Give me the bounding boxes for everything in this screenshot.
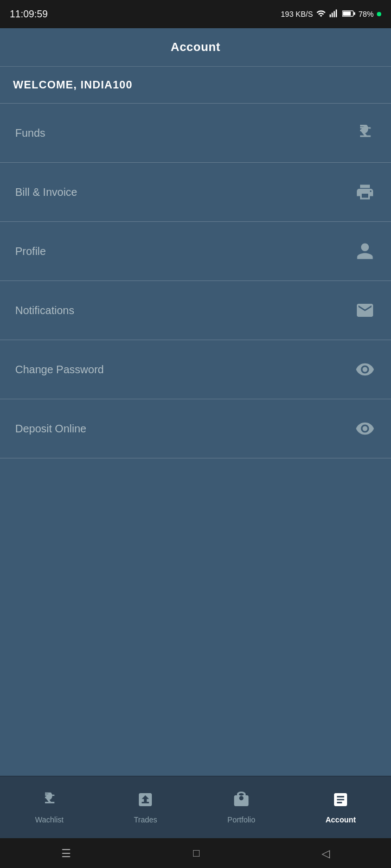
menu-label-change-password: Change Password	[15, 363, 104, 376]
page-header: Account	[0, 28, 391, 67]
svg-rect-2	[334, 11, 335, 17]
nav-item-watchlist[interactable]: Wachlist	[24, 787, 74, 828]
nav-item-portfolio[interactable]: Portfolio	[216, 787, 266, 828]
rupee-icon	[354, 123, 376, 143]
watchlist-label: Wachlist	[35, 815, 63, 824]
network-speed: 193 KB/S	[281, 10, 313, 18]
status-time: 11:09:59	[10, 9, 48, 20]
portfolio-label: Portfolio	[227, 815, 255, 824]
menu-label-funds: Funds	[15, 127, 46, 139]
account-label: Account	[325, 815, 356, 824]
printer-icon	[354, 182, 376, 202]
menu-label-profile: Profile	[15, 245, 46, 258]
menu-label-deposit-online: Deposit Online	[15, 423, 86, 435]
welcome-section: WELCOME, INDIA100	[0, 67, 391, 104]
welcome-text: WELCOME, INDIA100	[13, 79, 132, 91]
wifi-icon	[316, 9, 326, 20]
svg-rect-6	[343, 11, 351, 16]
svg-rect-0	[330, 14, 331, 17]
page-title: Account	[171, 40, 221, 54]
active-dot	[377, 12, 381, 16]
bottom-nav: Wachlist Trades Portfolio Account	[0, 776, 391, 838]
nav-item-trades[interactable]: Trades	[123, 787, 168, 828]
menu-label-bill-invoice: Bill & Invoice	[15, 186, 78, 199]
android-back-btn[interactable]: ◁	[322, 847, 330, 860]
svg-rect-1	[331, 12, 332, 17]
svg-rect-5	[354, 12, 355, 15]
android-nav-bar: ☰ □ ◁	[0, 838, 391, 868]
battery-icon	[342, 10, 355, 19]
menu-item-funds[interactable]: Funds	[0, 104, 391, 163]
menu-label-notifications: Notifications	[15, 304, 74, 317]
status-bar: 11:09:59 193 KB/S 78%	[0, 0, 391, 28]
android-home-btn[interactable]: □	[193, 847, 200, 859]
eye-icon-password	[354, 360, 376, 379]
menu-item-change-password[interactable]: Change Password	[0, 340, 391, 399]
menu-item-deposit-online[interactable]: Deposit Online	[0, 399, 391, 458]
menu-item-profile[interactable]: Profile	[0, 222, 391, 281]
status-icons: 193 KB/S 78%	[281, 9, 381, 20]
menu-item-bill-invoice[interactable]: Bill & Invoice	[0, 163, 391, 222]
signal-icon	[329, 9, 339, 20]
watchlist-icon	[41, 791, 58, 812]
android-menu-btn[interactable]: ☰	[61, 847, 71, 860]
battery-percent: 78%	[358, 10, 374, 18]
nav-item-account[interactable]: Account	[315, 787, 367, 828]
eye-icon-deposit	[354, 419, 376, 438]
account-icon	[332, 791, 349, 812]
menu-list: Funds Bill & Invoice Profile Notificatio…	[0, 104, 391, 776]
menu-item-notifications[interactable]: Notifications	[0, 281, 391, 340]
trades-label: Trades	[134, 815, 157, 824]
envelope-icon	[354, 301, 376, 320]
person-icon	[354, 241, 376, 261]
portfolio-icon	[233, 791, 250, 812]
svg-rect-3	[336, 9, 337, 17]
trades-icon	[137, 791, 154, 812]
